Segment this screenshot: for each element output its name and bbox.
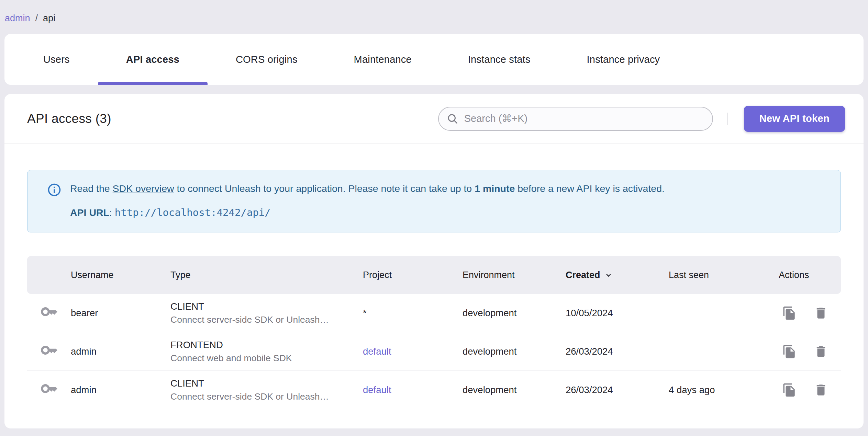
tab-api-access[interactable]: API access xyxy=(98,34,208,85)
tab-maintenance[interactable]: Maintenance xyxy=(326,34,440,85)
column-header-created[interactable]: Created xyxy=(566,270,669,280)
copy-token-button[interactable] xyxy=(779,379,800,401)
token-project: * xyxy=(363,308,463,319)
vertical-divider xyxy=(727,113,728,125)
table-body: bearer CLIENT Connect server-side SDK or… xyxy=(27,294,841,409)
trash-icon xyxy=(814,306,828,320)
breadcrumb-link-admin[interactable]: admin xyxy=(5,13,30,24)
token-type-description: Connect server-side SDK or Unleash… xyxy=(170,391,353,402)
column-header-project[interactable]: Project xyxy=(363,270,463,280)
token-environment: development xyxy=(463,308,566,319)
token-type-description: Connect web and mobile SDK xyxy=(170,353,353,364)
token-created-date: 26/03/2024 xyxy=(566,385,669,395)
token-created-date: 26/03/2024 xyxy=(566,346,669,357)
trash-icon xyxy=(814,383,828,397)
tab-users[interactable]: Users xyxy=(15,34,98,85)
copy-icon xyxy=(782,306,797,320)
sdk-overview-link[interactable]: SDK overview xyxy=(113,183,174,194)
banner-api-url-line: API URL: http://localhost:4242/api/ xyxy=(70,205,665,220)
token-type: FRONTEND xyxy=(170,340,353,351)
delete-token-button[interactable] xyxy=(810,302,832,324)
search-icon xyxy=(446,113,459,125)
search-input[interactable] xyxy=(464,113,708,125)
token-username: bearer xyxy=(71,308,170,319)
key-icon xyxy=(40,380,58,400)
token-project[interactable]: default xyxy=(363,346,463,357)
token-last-seen: 4 days ago xyxy=(669,385,779,395)
sort-desc-chevron-icon xyxy=(604,270,613,280)
copy-token-button[interactable] xyxy=(779,302,800,324)
breadcrumb: admin / api xyxy=(0,0,868,34)
api-url-label: API URL xyxy=(70,207,109,218)
tab-cors-origins[interactable]: CORS origins xyxy=(208,34,326,85)
copy-icon xyxy=(782,344,797,359)
delete-token-button[interactable] xyxy=(810,379,832,401)
token-type: CLIENT xyxy=(170,378,353,389)
token-username: admin xyxy=(71,346,170,357)
api-token-row: admin CLIENT Connect server-side SDK or … xyxy=(27,371,841,409)
column-header-environment[interactable]: Environment xyxy=(463,270,566,280)
info-icon xyxy=(47,182,62,197)
token-type-description: Connect server-side SDK or Unleash… xyxy=(170,314,353,325)
api-token-row: admin FRONTEND Connect web and mobile SD… xyxy=(27,332,841,371)
tab-instance-privacy[interactable]: Instance privacy xyxy=(559,34,688,85)
page-title: API access (3) xyxy=(27,112,111,126)
card-body: Read the SDK overview to connect Unleash… xyxy=(4,144,864,428)
search-box xyxy=(438,107,713,131)
token-username: admin xyxy=(71,385,170,395)
token-project[interactable]: default xyxy=(363,385,463,395)
trash-icon xyxy=(814,344,828,359)
api-access-card: API access (3) New API token Read the SD… xyxy=(4,94,864,428)
copy-icon xyxy=(782,383,797,397)
token-type: CLIENT xyxy=(170,301,353,312)
new-api-token-button[interactable]: New API token xyxy=(744,106,845,132)
admin-tabs-bar: Users API access CORS origins Maintenanc… xyxy=(4,34,864,85)
token-environment: development xyxy=(463,385,566,395)
column-header-username[interactable]: Username xyxy=(71,270,170,280)
table-header-row: Username Type Project Environment Create… xyxy=(27,256,841,294)
api-tokens-table: Username Type Project Environment Create… xyxy=(27,256,841,409)
header-actions: New API token xyxy=(438,106,845,132)
column-header-last-seen[interactable]: Last seen xyxy=(669,270,779,280)
column-header-actions: Actions xyxy=(779,270,841,280)
card-header: API access (3) New API token xyxy=(4,94,864,143)
info-banner: Read the SDK overview to connect Unleash… xyxy=(27,170,841,232)
banner-text: Read the SDK overview to connect Unleash… xyxy=(70,181,665,220)
copy-token-button[interactable] xyxy=(779,341,800,362)
token-created-date: 10/05/2024 xyxy=(566,308,669,319)
token-environment: development xyxy=(463,346,566,357)
key-icon xyxy=(40,341,58,362)
delete-token-button[interactable] xyxy=(810,341,832,362)
banner-line-1: Read the SDK overview to connect Unleash… xyxy=(70,181,665,196)
column-header-type[interactable]: Type xyxy=(170,270,363,280)
api-url-value: http://localhost:4242/api/ xyxy=(115,207,271,218)
breadcrumb-current: api xyxy=(43,13,55,24)
tab-instance-stats[interactable]: Instance stats xyxy=(440,34,559,85)
api-token-row: bearer CLIENT Connect server-side SDK or… xyxy=(27,294,841,332)
key-icon xyxy=(40,303,58,323)
breadcrumb-separator: / xyxy=(35,13,38,24)
